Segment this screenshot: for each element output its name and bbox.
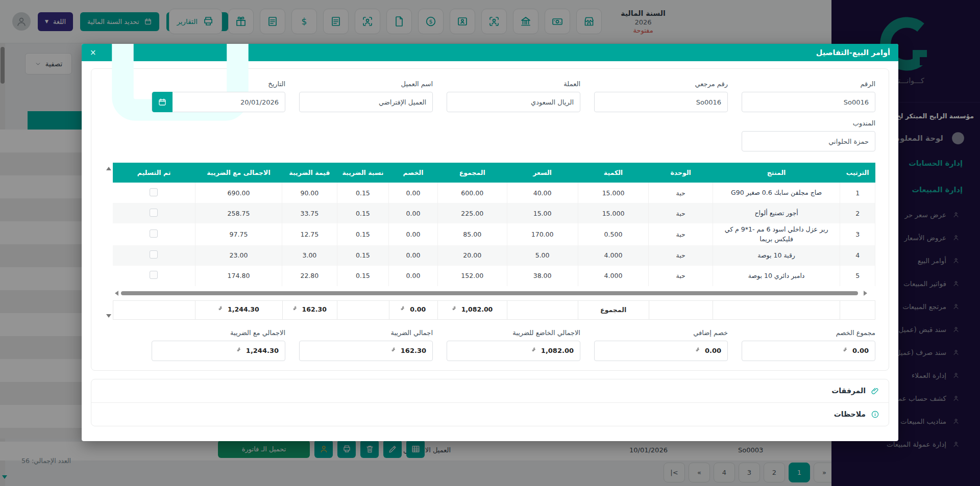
summary-label: الاجمالي الخاضع للضريبة (447, 329, 580, 337)
cell-total_with_tax: 258.75 (195, 203, 282, 223)
info-icon (871, 410, 879, 419)
summary-input[interactable]: 162.30 (299, 341, 433, 361)
summary-label: اجمالي الضريبة (299, 329, 433, 337)
saudi-riyal-icon (452, 306, 459, 313)
cell-tax_value: 3.00 (282, 245, 337, 266)
total-amount: 162.30 (293, 305, 327, 313)
cell-product: رقبة 10 بوصة (713, 245, 840, 266)
cell-no: 4 (840, 245, 875, 266)
column-header: السعر (507, 163, 578, 183)
summary-label: مجموع الخصم (742, 329, 875, 337)
table-row: 3ربر عزل داخلي اسود 6 مم -1*9 م كي فليكس… (113, 223, 875, 245)
total-amount: 162.30 (391, 347, 426, 354)
cell-price: 40.00 (507, 183, 578, 203)
modal-header: أوامر البيع-التفاصيل × (82, 44, 898, 61)
summary-input[interactable]: 1,082.00 (447, 341, 580, 361)
summary-input[interactable]: 1,244.30 (152, 341, 285, 361)
field-input[interactable]: الريال السعودي (447, 92, 580, 112)
total-amount: 1,244.30 (218, 305, 259, 313)
cell-product: صاج مجلفن سابك 0.6 صغير G90 (713, 183, 840, 203)
scroll-left-icon[interactable] (115, 291, 118, 296)
cell-price: 170.00 (507, 223, 578, 245)
cell-tax_value: 22.80 (282, 266, 337, 286)
delivered-checkbox[interactable] (150, 271, 158, 279)
table-row: 2أجور تصنيع ألواححبة15.00015.00225.000.0… (113, 203, 875, 223)
items-table: الترتيبالمنتجالوحدةالكميةالسعرالمجموعالخ… (113, 163, 875, 286)
summary-label: خصم إضافي (594, 329, 728, 337)
field-label: رقم مرجعي (594, 80, 728, 88)
notes-section[interactable]: ملاحظات (91, 402, 889, 426)
cell-tax_value: 90.00 (282, 183, 337, 203)
column-header: الخصم (389, 163, 438, 183)
cell-delivered (113, 266, 195, 286)
field-value: الريال السعودي (531, 98, 574, 106)
field-label: اسم العميل (299, 80, 433, 88)
cell-price: 5.00 (507, 245, 578, 266)
summary-input[interactable]: 0.00 (742, 341, 875, 361)
saudi-riyal-icon (401, 306, 407, 313)
cell-tax_rate: 0.15 (337, 223, 389, 245)
cell-discount: 0.00 (389, 183, 438, 203)
delivered-checkbox[interactable] (150, 188, 158, 196)
total-amount: 0.00 (843, 347, 869, 354)
total-amount: 1,082.00 (452, 305, 493, 313)
scrollbar-thumb[interactable] (121, 291, 858, 295)
field-input[interactable]: So0016 (594, 92, 728, 112)
cell-no: 1 (840, 183, 875, 203)
column-header: الترتيب (840, 163, 875, 183)
cell-total: 152.00 (437, 266, 507, 286)
field-label: المندوب (742, 119, 875, 127)
summary-خصم إضافي: خصم إضافي0.00 (594, 329, 728, 361)
delivered-checkbox[interactable] (150, 229, 158, 238)
calendar-button[interactable] (152, 92, 173, 112)
close-icon[interactable]: × (90, 49, 96, 57)
totals-cell (649, 300, 713, 319)
cell-total: 600.00 (437, 183, 507, 203)
saudi-riyal-icon (391, 347, 398, 354)
modal-title: أوامر البيع-التفاصيل (816, 48, 890, 57)
scroll-up-icon[interactable] (106, 167, 111, 170)
scroll-down-icon[interactable] (106, 314, 111, 318)
totals-cell: 162.30 (282, 300, 337, 319)
attachments-label: المرفقات (831, 387, 866, 395)
cell-total_with_tax: 23.00 (195, 245, 282, 266)
saudi-riyal-icon (843, 347, 850, 354)
cell-delivered (113, 183, 195, 203)
cell-total: 85.00 (437, 223, 507, 245)
totals-cell: 1,082.00 (438, 300, 507, 319)
delivered-checkbox[interactable] (150, 250, 158, 259)
field-اسم العميل: اسم العميلالعميل الإفتراضي (299, 80, 433, 112)
column-header: تم التسليم (113, 163, 195, 183)
column-header: نسبة الضريبة (337, 163, 389, 183)
cell-delivered (113, 223, 195, 245)
summary-input[interactable]: 0.00 (594, 341, 728, 361)
field-value: So0016 (696, 98, 721, 106)
scroll-right-icon[interactable] (864, 291, 867, 296)
cell-tax_rate: 0.15 (337, 266, 389, 286)
cell-product: دامبر دائري 10 بوصة (713, 266, 840, 286)
field-value: So0016 (844, 98, 869, 106)
summary-label: الاجمالي مع الضريبة (152, 329, 285, 337)
cell-delivered (113, 245, 195, 266)
field-input[interactable]: So0016 (742, 92, 875, 112)
delivered-checkbox[interactable] (150, 209, 158, 217)
cell-total: 20.00 (437, 245, 507, 266)
summary-مجموع الخصم: مجموع الخصم0.00 (742, 329, 875, 361)
field-input[interactable]: حمزة الحلواني (742, 131, 875, 151)
cell-tax_value: 12.75 (282, 223, 337, 245)
cell-tax_value: 33.75 (282, 203, 337, 223)
sales-order-details-modal: أوامر البيع-التفاصيل × الرقمSo0016رقم مر… (82, 44, 898, 441)
table-horizontal-scrollbar[interactable] (115, 291, 867, 296)
cell-discount: 0.00 (389, 203, 438, 223)
totals-cell (840, 300, 875, 319)
field-input[interactable]: العميل الإفتراضي (299, 92, 433, 112)
field-المندوب: المندوبحمزة الحلواني (742, 119, 875, 151)
table-row: 1صاج مجلفن سابك 0.6 صغير G90حبة15.00040.… (113, 183, 875, 203)
column-header: المجموع (437, 163, 507, 183)
cell-tax_rate: 0.15 (337, 203, 389, 223)
cell-unit: حبة (649, 183, 713, 203)
table-vertical-scroll[interactable] (105, 163, 113, 320)
field-input[interactable]: 20/01/2026 (152, 92, 285, 112)
field-label: العملة (447, 80, 580, 88)
attachments-section[interactable]: المرفقات (91, 379, 889, 402)
